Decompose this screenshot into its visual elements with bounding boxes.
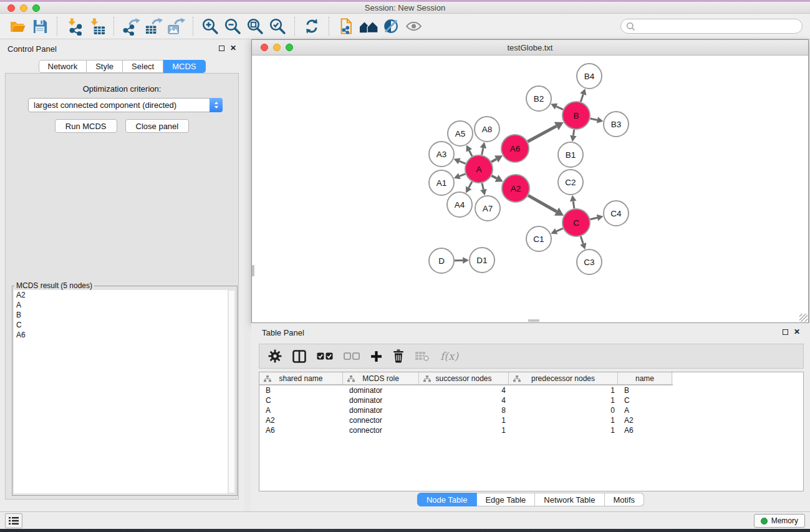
run-mcds-button[interactable]: Run MCDS bbox=[55, 119, 117, 133]
import-table-icon[interactable] bbox=[85, 16, 108, 36]
column-header-successor-nodes[interactable]: successor nodes bbox=[419, 372, 509, 384]
table-cell[interactable]: dominator bbox=[343, 406, 419, 415]
export-image-icon[interactable] bbox=[165, 16, 187, 36]
criterion-dropdown[interactable]: largest connected component (directed) bbox=[28, 98, 223, 112]
apply-layout-icon[interactable] bbox=[301, 16, 323, 36]
table-row[interactable]: Adominator80A bbox=[259, 405, 803, 415]
table-cell[interactable]: A bbox=[618, 406, 672, 415]
split-view-icon[interactable] bbox=[292, 350, 306, 363]
network-canvas[interactable]: B4B2BB3A5A8A6A3B1AA1C2A2A4A7C4CC1C3DD1 bbox=[252, 56, 808, 322]
graph-edge[interactable] bbox=[556, 228, 563, 231]
column-header-MCDS-role[interactable]: MCDS role bbox=[343, 372, 419, 384]
deselect-all-columns-icon[interactable] bbox=[344, 352, 360, 360]
float-panel-icon[interactable] bbox=[219, 46, 224, 51]
result-item[interactable]: A bbox=[14, 300, 228, 310]
mcds-result-scrollbar[interactable] bbox=[228, 290, 235, 493]
graph-edge[interactable] bbox=[556, 107, 563, 110]
table-row[interactable]: A2connector11A2 bbox=[259, 415, 803, 425]
hide-graphics-details-icon[interactable] bbox=[380, 16, 402, 36]
export-network-icon[interactable] bbox=[120, 16, 142, 36]
add-column-icon[interactable] bbox=[370, 351, 382, 362]
result-item[interactable]: C bbox=[14, 320, 228, 330]
open-session-icon[interactable] bbox=[6, 16, 29, 36]
delete-column-icon[interactable] bbox=[393, 349, 404, 363]
tab-mcds[interactable]: MCDS bbox=[163, 60, 205, 73]
table-cell[interactable]: 1 bbox=[419, 426, 509, 435]
table-cell[interactable]: connector bbox=[343, 416, 419, 425]
table-row[interactable]: A6connector11A6 bbox=[259, 425, 803, 435]
table-cell[interactable]: 1 bbox=[509, 396, 618, 405]
graph-edge[interactable] bbox=[581, 94, 583, 102]
graph-edge[interactable] bbox=[590, 218, 597, 220]
save-session-icon[interactable] bbox=[29, 16, 51, 36]
table-cell[interactable]: A2 bbox=[259, 416, 343, 425]
resize-grip-icon[interactable] bbox=[799, 314, 808, 322]
table-cell[interactable]: 0 bbox=[509, 406, 618, 415]
table-cell[interactable]: dominator bbox=[343, 396, 419, 405]
memory-button[interactable]: Memory bbox=[754, 514, 805, 528]
graph-edge[interactable] bbox=[469, 150, 472, 156]
float-table-panel-icon[interactable] bbox=[783, 329, 788, 335]
zoom-in-icon[interactable] bbox=[199, 16, 221, 36]
graph-edge[interactable] bbox=[482, 148, 483, 155]
tab-style[interactable]: Style bbox=[87, 60, 123, 73]
horizontal-scrollbar-thumb[interactable] bbox=[528, 319, 539, 322]
table-cell[interactable]: 1 bbox=[419, 416, 509, 425]
table-cell[interactable]: C bbox=[618, 396, 672, 405]
graph-edge[interactable] bbox=[482, 183, 483, 189]
zoom-out-icon[interactable] bbox=[221, 16, 244, 36]
table-tab-motifs[interactable]: Motifs bbox=[604, 493, 644, 506]
table-row[interactable]: Bdominator41B bbox=[259, 385, 803, 395]
table-cell[interactable]: A6 bbox=[259, 426, 343, 435]
table-tab-node-table[interactable]: Node Table bbox=[417, 493, 477, 506]
table-tab-edge-table[interactable]: Edge Table bbox=[476, 493, 535, 506]
graph-edge[interactable] bbox=[590, 118, 597, 120]
network-window-titlebar[interactable]: testGlobe.txt bbox=[252, 40, 808, 56]
table-settings-gear-icon[interactable] bbox=[268, 349, 282, 363]
show-graphics-details-icon[interactable] bbox=[402, 16, 425, 36]
result-item[interactable]: A2 bbox=[14, 290, 228, 300]
graph-edge[interactable] bbox=[581, 236, 583, 244]
dropdown-stepper-icon[interactable] bbox=[210, 98, 223, 112]
table-cell[interactable]: 1 bbox=[509, 416, 618, 425]
result-item[interactable]: B bbox=[14, 310, 228, 320]
table-cell[interactable]: C bbox=[259, 396, 343, 405]
table-row[interactable]: Cdominator41C bbox=[259, 395, 803, 405]
close-panel-button[interactable]: Close panel bbox=[125, 119, 190, 133]
home-neighbors-icon[interactable] bbox=[357, 16, 380, 36]
table-cell[interactable]: 4 bbox=[419, 396, 509, 405]
table-cell[interactable]: 8 bbox=[419, 406, 509, 415]
graph-edge[interactable] bbox=[528, 195, 557, 211]
column-header-name[interactable]: name bbox=[618, 372, 672, 384]
graph-edge[interactable] bbox=[460, 161, 466, 163]
column-header-shared-name[interactable]: shared name bbox=[259, 372, 343, 384]
table-cell[interactable]: connector bbox=[343, 426, 419, 435]
close-panel-icon[interactable]: ✕ bbox=[230, 44, 236, 52]
zoom-fit-icon[interactable] bbox=[244, 16, 266, 36]
table-cell[interactable]: B bbox=[259, 386, 343, 395]
table-cell[interactable]: 1 bbox=[509, 386, 618, 395]
table-cell[interactable]: A2 bbox=[618, 416, 672, 425]
table-cell[interactable]: A6 bbox=[618, 426, 672, 435]
graph-edge[interactable] bbox=[573, 201, 574, 209]
mcds-result-list[interactable]: A2ABCA6 bbox=[14, 290, 228, 493]
main-titlebar[interactable]: Session: New Session bbox=[0, 2, 810, 14]
column-header-predecessor-nodes[interactable]: predecessor nodes bbox=[509, 372, 618, 384]
graph-edge[interactable] bbox=[491, 176, 496, 178]
zoom-selected-icon[interactable] bbox=[266, 16, 289, 36]
table-cell[interactable]: 4 bbox=[419, 386, 509, 395]
export-table-icon[interactable] bbox=[142, 16, 165, 36]
close-table-panel-icon[interactable]: ✕ bbox=[794, 328, 800, 336]
tab-network[interactable]: Network bbox=[38, 60, 87, 73]
network-from-selection-icon[interactable] bbox=[335, 16, 357, 36]
table-cell[interactable]: 1 bbox=[509, 426, 618, 435]
graph-edge[interactable] bbox=[528, 126, 556, 142]
table-cell[interactable]: B bbox=[618, 386, 672, 395]
graph-edge[interactable] bbox=[573, 130, 574, 136]
graph-edge[interactable] bbox=[460, 174, 465, 176]
table-tab-network-table[interactable]: Network Table bbox=[535, 493, 604, 506]
search-input[interactable] bbox=[638, 21, 802, 32]
task-history-button[interactable] bbox=[5, 513, 22, 528]
graph-edge[interactable] bbox=[491, 159, 496, 162]
result-item[interactable]: A6 bbox=[14, 330, 228, 340]
